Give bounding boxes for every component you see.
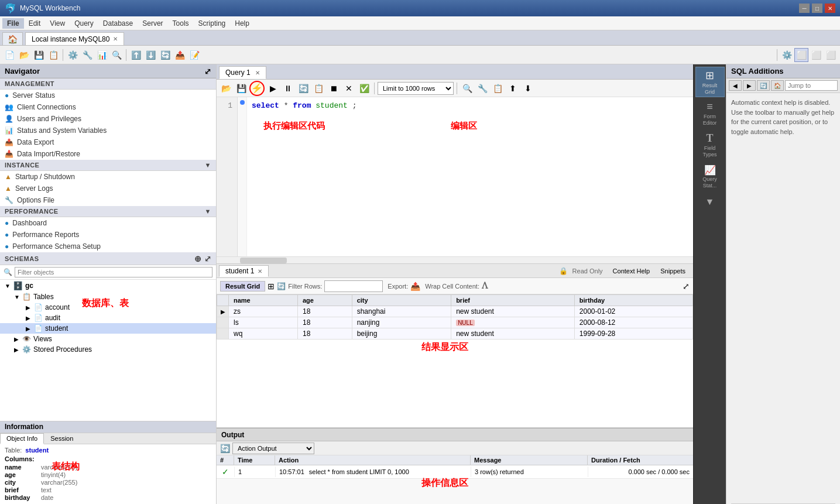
toolbar-layout1[interactable]: ⬜: [794, 48, 808, 62]
nav-item-client-connections[interactable]: 👥 Client Connections: [0, 101, 216, 113]
instance-tab[interactable]: Local instance MySQL80 ✕: [25, 32, 124, 45]
menu-item-view[interactable]: View: [45, 18, 70, 29]
menu-item-edit[interactable]: Edit: [24, 18, 46, 29]
toolbar-btn12[interactable]: 📤: [173, 48, 187, 62]
query-tab-1[interactable]: Query 1 ✕: [219, 66, 266, 79]
cell-city-1[interactable]: shanghai: [352, 306, 451, 317]
expand-result-icon[interactable]: ⤢: [683, 282, 690, 291]
views-toggle[interactable]: ▶: [14, 336, 22, 342]
sidebar-icon-query-stat[interactable]: 📈 QueryStat...: [695, 162, 725, 192]
student-toggle[interactable]: ▶: [26, 325, 34, 332]
refresh-btn[interactable]: 🔄: [296, 81, 310, 95]
toolbar-btn11[interactable]: 🔄: [158, 48, 172, 62]
cell-name-2[interactable]: ls: [229, 317, 298, 328]
nav-item-status-variables[interactable]: 📊 Status and System Variables: [0, 125, 216, 136]
execute-all-btn[interactable]: ⚡: [249, 81, 265, 96]
query-save-btn[interactable]: 💾: [234, 81, 248, 95]
tree-item-audit[interactable]: ▶ 📄 audit: [0, 313, 216, 323]
instance-collapse[interactable]: ▼: [205, 162, 211, 169]
toolbar-btn7[interactable]: 📊: [95, 48, 109, 62]
tree-item-tables[interactable]: ▼ 📋 Tables: [0, 292, 216, 302]
toolbar-btn10[interactable]: ⬇️: [143, 48, 157, 62]
nav-item-perf-reports[interactable]: ● Performance Reports: [0, 229, 216, 241]
menu-item-scripting[interactable]: Scripting: [194, 18, 231, 29]
nav-refresh-btn[interactable]: 🔄: [757, 80, 770, 91]
tree-item-account[interactable]: ▶ 📄 account: [0, 302, 216, 313]
query-btn2[interactable]: 🔧: [475, 81, 489, 95]
toolbar-btn9[interactable]: ⬆️: [129, 48, 143, 62]
nav-item-server-logs[interactable]: ▲ Server Logs: [0, 183, 216, 194]
export-icon[interactable]: 📤: [410, 282, 420, 291]
minimize-button[interactable]: ─: [799, 4, 810, 13]
cell-age-2[interactable]: 18: [297, 317, 352, 328]
table-row-2[interactable]: ls 18 nanjing NULL 2000-08-12: [217, 317, 693, 328]
nav-item-perf-schema[interactable]: ● Performance Schema Setup: [0, 241, 216, 252]
cancel-btn[interactable]: ✕: [342, 81, 356, 95]
toolbar-new[interactable]: 📄: [2, 48, 16, 62]
stop-exec-btn[interactable]: ⏹: [327, 81, 341, 95]
result-grid-btn[interactable]: Result Grid: [220, 281, 265, 292]
editor-hscroll[interactable]: [217, 256, 693, 263]
menu-item-tools[interactable]: Tools: [168, 18, 194, 29]
toolbar-open[interactable]: 📂: [17, 48, 31, 62]
tab-object-info[interactable]: Object Info: [0, 433, 44, 444]
cell-birthday-1[interactable]: 2000-01-02: [574, 306, 692, 317]
cell-brief-3[interactable]: new student: [451, 328, 575, 340]
result-tab-student[interactable]: student 1 ✕: [219, 265, 269, 277]
cell-birthday-2[interactable]: 2000-08-12: [574, 317, 692, 328]
cell-name-3[interactable]: wq: [229, 328, 298, 340]
tables-toggle[interactable]: ▼: [14, 294, 22, 300]
nav-item-options-file[interactable]: 🔧 Options File: [0, 194, 216, 206]
jump-to-input[interactable]: [785, 80, 838, 91]
grid-icon[interactable]: ⊞: [268, 282, 275, 291]
nav-item-startup[interactable]: ▲ Startup / Shutdown: [0, 171, 216, 183]
maximize-button[interactable]: □: [812, 4, 822, 13]
query-btn5[interactable]: ⬇: [521, 81, 535, 95]
menu-item-help[interactable]: Help: [230, 18, 254, 29]
schemas-expand-icon[interactable]: ⤢: [204, 254, 212, 263]
cell-birthday-3[interactable]: 1999-09-28: [574, 328, 692, 340]
audit-toggle[interactable]: ▶: [26, 315, 34, 321]
nav-forward-btn[interactable]: ▶: [743, 80, 756, 91]
wrap-icon[interactable]: Ʌ: [482, 281, 488, 291]
nav-back-btn[interactable]: ◀: [729, 80, 742, 91]
result-tab-close[interactable]: ✕: [258, 268, 262, 275]
cell-city-3[interactable]: beijing: [352, 328, 451, 340]
context-help-btn[interactable]: Context Help: [608, 266, 656, 276]
cell-city-2[interactable]: nanjing: [352, 317, 451, 328]
editor-content[interactable]: select * from student ;: [247, 97, 693, 256]
snippets-btn[interactable]: Snippets: [655, 266, 691, 276]
query-find-btn[interactable]: 🔍: [460, 81, 474, 95]
tree-item-gc[interactable]: ▼ 🗄️ gc: [0, 280, 216, 292]
tree-item-views[interactable]: ▶ 👁️ Views: [0, 334, 216, 344]
menu-item-server[interactable]: Server: [138, 18, 167, 29]
limit-select[interactable]: Limit to 1000 rows: [378, 82, 454, 95]
nav-item-data-import[interactable]: 📥 Data Import/Restore: [0, 148, 216, 160]
toolbar-save[interactable]: 💾: [32, 48, 46, 62]
cell-age-3[interactable]: 18: [297, 328, 352, 340]
account-toggle[interactable]: ▶: [26, 304, 34, 311]
schemas-add-icon[interactable]: ⊕: [194, 254, 202, 263]
menu-item-file[interactable]: File: [2, 18, 24, 29]
toolbar-settings[interactable]: ⚙️: [780, 48, 794, 62]
commit-btn[interactable]: ✅: [357, 81, 371, 95]
toolbar-layout3[interactable]: ⬜: [824, 48, 838, 62]
instance-tab-close[interactable]: ✕: [113, 36, 118, 42]
filter-rows-input[interactable]: [324, 280, 383, 292]
explain-btn[interactable]: 📋: [311, 81, 325, 95]
schema-filter-input[interactable]: [15, 267, 212, 277]
sidebar-icon-result-grid[interactable]: ⊞ ResultGrid: [695, 67, 725, 97]
toolbar-btn5[interactable]: ⚙️: [66, 48, 80, 62]
query-tab-close[interactable]: ✕: [255, 70, 260, 76]
action-output-select[interactable]: Action Output: [232, 443, 314, 454]
sidebar-icon-field-types[interactable]: T FieldTypes: [695, 130, 725, 160]
toolbar-btn6[interactable]: 🔧: [80, 48, 94, 62]
table-row-3[interactable]: wq 18 beijing new student 1999-09-28: [217, 328, 693, 340]
query-btn3[interactable]: 📋: [491, 81, 505, 95]
nav-item-data-export[interactable]: 📤 Data Export: [0, 136, 216, 148]
navigator-expand[interactable]: ⤢: [204, 67, 211, 76]
nav-item-dashboard[interactable]: ● Dashboard: [0, 217, 216, 229]
table-row-1[interactable]: ▶ zs 18 shanghai new student 2000-01-02: [217, 306, 693, 317]
sidebar-icon-expand[interactable]: ▼: [695, 193, 725, 211]
execute-selected-btn[interactable]: ▶: [266, 81, 280, 95]
